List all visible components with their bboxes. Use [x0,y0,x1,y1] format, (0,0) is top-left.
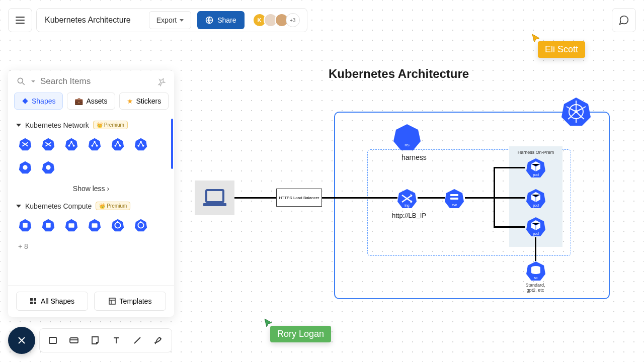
share-button[interactable]: Share [197,11,244,29]
shape-item[interactable] [64,137,78,151]
tab-shapes[interactable]: Shapes [14,93,63,110]
svg-rect-30 [68,223,74,227]
svg-rect-39 [30,302,33,304]
storageclass-shape[interactable]: sc [525,260,546,284]
svg-rect-43 [70,338,78,343]
shape-item[interactable] [134,218,148,232]
svg-rect-42 [49,337,56,343]
svg-marker-9 [89,138,101,150]
ingress-label[interactable]: http://LB_IP [392,212,426,219]
document-title[interactable]: Kubernetes Architecture [45,16,143,25]
svg-rect-41 [109,298,115,304]
crown-icon: 👑 [99,203,105,209]
connector[interactable] [234,197,277,199]
shape-item[interactable] [18,160,32,174]
panel-body: Kubernetes Network 👑Premium Show less › … [8,116,174,285]
grid-icon [30,298,37,305]
svg-point-22 [23,165,27,169]
shape-item[interactable] [41,137,55,151]
shape-item[interactable] [41,218,55,232]
pin-icon[interactable] [157,77,166,86]
panel-search-row [8,70,174,93]
search-input[interactable] [40,76,166,86]
all-shapes-button[interactable]: All Shapes [16,292,88,311]
svg-point-1 [18,78,23,83]
pen-tool[interactable] [149,331,168,349]
pod-group-title[interactable]: Harness On-Prem [510,150,561,155]
svg-rect-54 [450,194,458,196]
svg-rect-49 [206,190,223,202]
namespace-label[interactable]: harness [401,153,427,161]
chevron-down-icon [16,124,21,127]
note-tool[interactable] [86,331,104,349]
shape-item[interactable] [41,160,55,174]
diagram-title[interactable]: Kubernetes Architecture [329,67,469,81]
shape-item[interactable] [64,218,78,232]
svg-point-24 [46,165,50,169]
connector[interactable] [535,237,536,261]
connector[interactable] [494,167,525,168]
star-icon: ★ [127,97,133,105]
avatar-more[interactable]: +3 [286,13,300,27]
close-fab[interactable] [8,327,35,354]
load-balancer[interactable]: HTTPS Load Balancer [276,189,322,207]
svg-rect-40 [34,302,36,304]
svg-text:pod: pod [533,173,539,177]
scrollbar-thumb[interactable] [171,119,173,169]
templates-button[interactable]: Templates [94,292,166,311]
connector[interactable] [494,197,525,199]
shape-tools [39,328,172,352]
connector[interactable] [418,197,445,199]
globe-icon [205,16,213,24]
svg-marker-13 [112,138,124,150]
connector[interactable] [465,197,495,199]
shape-item[interactable] [18,137,32,151]
chevron-down-icon [31,79,35,83]
export-button[interactable]: Export [149,11,191,29]
briefcase-icon: 💼 [74,97,83,105]
tab-stickers[interactable]: ★ Stickers [119,93,169,110]
section-network[interactable]: Kubernetes Network 👑Premium [16,116,166,134]
tab-assets[interactable]: 💼 Assets [67,93,115,110]
pod-shape-1[interactable]: pod [525,157,546,180]
client-laptop[interactable] [195,180,234,215]
rectangle-tool[interactable] [44,331,62,349]
menu-button[interactable] [8,8,32,32]
shape-item[interactable] [18,218,32,232]
svg-rect-55 [450,198,458,200]
top-toolbar: Kubernetes Architecture Export Share K +… [8,8,307,32]
connector[interactable] [494,226,525,228]
shape-item[interactable] [88,218,102,232]
line-tool[interactable] [128,331,146,349]
pod-shape-2[interactable]: pod [525,188,546,211]
shape-item[interactable] [111,137,125,151]
card-tool[interactable] [65,331,83,349]
ingress-shape[interactable]: ing [396,188,418,211]
shape-item[interactable] [111,218,125,232]
export-label: Export [156,16,177,24]
laptop-icon [202,188,227,208]
title-bar: Kubernetes Architecture Export Share K +… [36,8,307,32]
shapes-panel: Shapes 💼 Assets ★ Stickers Kubernetes Ne… [8,70,174,317]
text-tool[interactable] [107,331,125,349]
connector[interactable] [322,197,397,199]
section-compute[interactable]: Kubernetes Compute 👑Premium [16,197,166,215]
namespace-shape[interactable]: ns [392,122,422,154]
storageclass-label[interactable]: Standard, gpt2, etc [520,283,550,293]
svg-text:pod: pod [533,204,539,208]
collaborator-avatars[interactable]: K +3 [251,13,305,27]
svg-marker-17 [135,138,147,150]
service-shape[interactable]: svc [444,188,465,211]
kubernetes-logo[interactable] [560,96,592,130]
shape-item[interactable] [88,137,102,151]
premium-badge: 👑Premium [93,121,128,129]
svg-rect-32 [92,223,97,227]
show-less-button[interactable]: Show less › [16,180,166,197]
shape-item[interactable] [134,137,148,151]
hamburger-icon [16,17,25,24]
more-shapes[interactable]: + 8 [16,238,166,254]
collaborator-cursor-1: Eli Scott [538,41,585,58]
premium-badge: 👑Premium [96,202,130,210]
pod-shape-3[interactable]: pod [525,216,546,239]
comment-button[interactable] [612,8,636,32]
